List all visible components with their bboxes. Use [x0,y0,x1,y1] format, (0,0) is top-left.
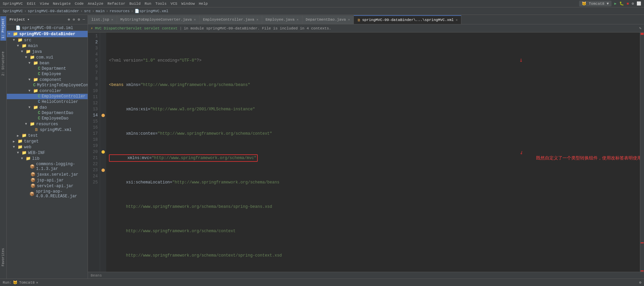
gutter-icon-23[interactable] [100,167,106,173]
collapse-icon[interactable]: ⊖ [73,17,75,22]
menu-navigate[interactable]: Navigate [53,2,71,6]
tab-springmvcxml-close[interactable]: ✕ [456,18,458,22]
breadcrumb-springmvc[interactable]: SpringMVC [3,9,23,13]
tree-item-javaxservlet[interactable]: 📦javax.servlet.jar [7,172,88,177]
breadcrumb-src[interactable]: src [84,9,91,13]
tab-employee[interactable]: Employee.java ✕ [262,15,302,24]
tab-springmvcxml-icon: 🗎 [357,18,361,22]
context-warning-icon: ⚡ [91,26,93,30]
tab-mystringconverter-close[interactable]: ✕ [194,18,196,22]
vtab-project[interactable]: 1: Project [0,16,6,41]
tab-listjsp[interactable]: list.jsp ✕ [88,15,117,24]
settings-gear-icon[interactable]: ⚙ [78,17,80,22]
settings-icon[interactable]: ⚙ [631,1,634,6]
tab-mystringconverter-label: MyStringToEmployeeConverter.java [120,18,192,22]
code-content[interactable]: <?xml version="1.0" encoding="UTF-8"?> <… [106,32,640,272]
menu-build[interactable]: Build [129,2,140,6]
tab-bar: list.jsp ✕ MyStringToEmployeeConverter.j… [88,15,644,24]
tree-item-hellocontroller[interactable]: CHelloController [7,99,88,105]
run-label: Run: [3,281,12,285]
menu-run[interactable]: Run [145,2,152,6]
tree-item-src[interactable]: ▼📁src [7,37,88,43]
vtab-structure[interactable]: 2: Structure [0,49,6,78]
tree-item-web[interactable]: ▼📁web [7,144,88,150]
sep2: › [80,9,83,13]
tab-employee-close[interactable]: ✕ [297,18,299,22]
breadcrumb-file[interactable]: 📄 [135,9,139,13]
settings-bottom-icon[interactable]: ⚙ [639,280,641,285]
tree-item-main[interactable]: ▼📁main [7,43,88,49]
maximize-icon[interactable]: ⬜ [637,1,641,6]
tab-employeecontroller-close[interactable]: ✕ [256,18,258,22]
close-panel-icon[interactable]: — [83,17,85,22]
tab-listjsp-close[interactable]: ✕ [111,18,113,22]
tree-item-dao[interactable]: ▼📁dao [7,105,88,110]
menu-springmvc[interactable]: SpringMVC [3,2,23,6]
tree-item-employeedao[interactable]: CEmployeeDao [7,116,88,121]
run-btn[interactable]: ▶ [614,1,617,6]
project-label: Project ▾ [9,17,29,22]
context-edit-icon[interactable]: ✎ [639,26,641,30]
menu-refactor[interactable]: Refactor [108,2,125,6]
run-close-icon[interactable]: ✕ [36,281,38,285]
tab-departmentdao-close[interactable]: ✕ [348,18,350,22]
tree-item-springaop[interactable]: 📦spring-aop-4.0.0.RELEASE.jar [7,189,88,199]
context-text1[interactable]: MVC DispatcherServlet servlet context [95,26,178,30]
tomcat-run-icon: 🐱 [13,280,18,285]
gutter-icon-20[interactable] [100,149,106,155]
code-line-9: http://www.springframework.org/schema/co… [109,252,640,259]
project-title-bar: Project ▾ ⊕ ⊖ ⚙ — [7,15,88,24]
annotation-text: 既然自定义了一个类型转换组件，使用改标签表明使用我们自己自定义的类型转换器 [536,155,640,160]
menu-help[interactable]: Help [199,2,208,6]
tab-mystringconverter[interactable]: MyStringToEmployeeConverter.java ✕ [117,15,200,24]
tree-item-databinder[interactable]: ▼📁springMVC-09-dataBinder [7,31,88,37]
menu-vcs[interactable]: VCS [170,2,177,6]
menu-analyze[interactable]: Analyze [88,2,103,6]
tree-item-webinf[interactable]: ▼📁WEB-INF [7,150,88,156]
tree-item-test[interactable]: ▶📁test [7,133,88,138]
tree-item-conroller[interactable]: ▼📁conroller [7,88,88,94]
tree-item-comxu1[interactable]: ▼📁com.xu1 [7,54,88,60]
bottom-breadcrumb: Beans [88,272,644,279]
menu-code[interactable]: Code [75,2,84,6]
tree-item-employeecontroller[interactable]: CEmployeeController [7,94,88,99]
tree-item-department[interactable]: CDepartment [7,66,88,71]
tab-employeecontroller[interactable]: EmployeeController.java ✕ [200,15,262,24]
tree-item-servletapi[interactable]: 📦servlet-api.jar [7,183,88,189]
tree-item-crud[interactable]: 📄springMVC-08-crud.iml [7,25,88,31]
vtab-favorites[interactable]: Favorites [0,246,6,268]
tree-item-target[interactable]: ▶📁target [7,138,88,144]
menu-view[interactable]: View [40,2,49,6]
menu-edit[interactable]: Edit [27,2,36,6]
tree-item-springmvcxml[interactable]: 🗎springMVC.xml [7,127,88,133]
code-line-4: xmlns:contex="http://www.springframework… [109,131,640,137]
menu-window[interactable]: Window [181,2,195,6]
code-editor: 1 2 3 4 5 6 7 8 9 10 11 12 13 14 15 16 1… [88,32,644,272]
tree-item-mystring[interactable]: CMyStringToEmployeeConve... [7,83,88,88]
tree-item-java[interactable]: ▼📁java [7,49,88,54]
tab-departmentdao[interactable]: DepartmentDao.java ✕ [302,15,354,24]
breadcrumb-main[interactable]: main [96,9,105,13]
tomcat-dropdown[interactable]: 🐱 Tomcat8 ▼ [579,1,612,6]
tree-item-bean[interactable]: ▼📁bean [7,60,88,66]
tree-item-resources[interactable]: ▼📁resources [7,121,88,127]
gutter-icon-14[interactable] [100,112,106,118]
tree-item-lib[interactable]: ▼📁lib [7,156,88,161]
breadcrumb-resources[interactable]: resources [110,9,130,13]
tomcat-run-label[interactable]: Tomcat8 [19,281,34,285]
beans-label: Beans [91,273,102,278]
breadcrumb-project[interactable]: springMVC-09-dataBinder [28,9,79,13]
tree-item-departmentdao[interactable]: CDepartmentDao [7,110,88,116]
tree-item-component[interactable]: ▼📁component [7,77,88,83]
menu-tools[interactable]: Tools [155,2,166,6]
locate-icon[interactable]: ⊕ [68,17,70,22]
tree-item-commons[interactable]: 📦commons-logging-1.1.3.jar [7,161,88,172]
stop-btn[interactable]: ■ [627,2,629,6]
breadcrumb-filename[interactable]: springMVC.xml [139,9,168,13]
tab-springmvcxml[interactable]: 🗎 springMVC-09-dataBinder\...\springMVC.… [354,15,462,24]
tree-item-employee[interactable]: CEmployee [7,71,88,77]
tree-item-jspapi[interactable]: 📦jsp-api.jar [7,177,88,183]
debug-btn[interactable]: 🐛 [619,1,624,6]
line-numbers: 1 2 3 4 5 6 7 8 9 10 11 12 13 14 15 16 1… [88,32,100,272]
code-line-2: <beans xmlns="http://www.springframework… [109,82,640,88]
